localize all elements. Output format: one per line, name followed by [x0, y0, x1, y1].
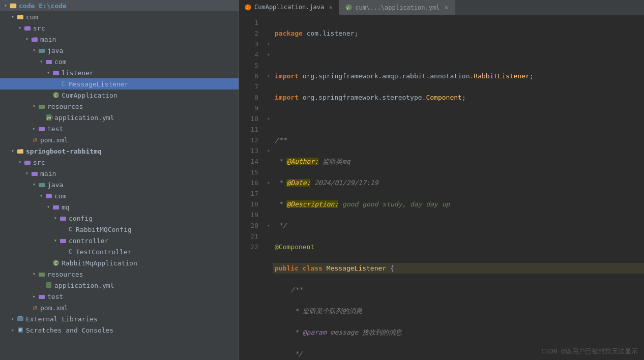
com2-folder[interactable]: com [0, 190, 239, 201]
tab-CumApplication-close[interactable]: ✕ [327, 4, 334, 11]
com-folder[interactable]: com [0, 56, 239, 67]
test2-label: test [47, 293, 63, 301]
main2-folder-icon [31, 169, 39, 177]
scratches-item[interactable]: Scratches and Consoles [0, 324, 239, 336]
com-label: com [54, 58, 66, 66]
tab-yml-icon: y [345, 4, 352, 11]
MessageListener-icon: C [59, 80, 67, 88]
chevron-test2 [31, 293, 38, 300]
svg-text:y: y [346, 6, 348, 10]
svg-rect-15 [24, 161, 31, 165]
fold-gutter: ▾ ▾ ▾ ▾ ▾ ▾ ▾ [265, 15, 273, 360]
app-yml-item[interactable]: yml application.yml [0, 112, 239, 123]
test-label: test [47, 125, 63, 133]
listener-folder[interactable]: listener [0, 67, 239, 78]
pom-xml-item[interactable]: m pom.xml [0, 134, 239, 145]
pom-icon: m [31, 136, 39, 144]
root-label: code E:\code [19, 2, 67, 10]
rabbitmq-folder-icon [16, 147, 24, 155]
src-folder[interactable]: src [0, 22, 239, 34]
chevron-src2 [16, 159, 23, 166]
chevron-main2 [23, 170, 31, 177]
TestController-item[interactable]: C TestController [0, 246, 239, 257]
line-13: /** [273, 284, 644, 295]
chevron-rmq [9, 147, 16, 155]
MessageListener-item[interactable]: C MessageListener [0, 78, 239, 89]
main-folder[interactable]: main [0, 34, 239, 45]
svg-rect-24 [39, 273, 45, 277]
CumApp-icon: C [52, 91, 60, 99]
tab-application-yml[interactable]: y cum\...\application.yml ✕ [340, 0, 455, 15]
svg-rect-19 [53, 205, 59, 209]
listener-folder-icon [52, 69, 60, 77]
config-label: config [69, 215, 93, 222]
resources2-folder[interactable]: resources [0, 268, 239, 280]
controller-folder[interactable]: controller [0, 235, 239, 246]
line-8: * @Date: 2024/01/29/17:19 [273, 177, 644, 188]
root-folder-icon [9, 2, 17, 10]
listener-label: listener [62, 69, 94, 77]
chevron-com [38, 58, 45, 65]
pom-xml2-item[interactable]: m pom.xml [0, 302, 239, 313]
tab-bar: J CumApplication.java ✕ y cum\...\applic… [239, 0, 644, 15]
line-14: * 监听某个队列的消息 [273, 306, 644, 316]
ext-lib-item[interactable]: External Libraries [0, 313, 239, 324]
main2-label: main [40, 170, 56, 177]
svg-rect-2 [17, 15, 23, 19]
line-6: /** [273, 135, 644, 145]
line-3: import org.springframework.amqp.rabbit.a… [273, 71, 644, 81]
test2-folder[interactable]: test [0, 291, 239, 302]
config-folder[interactable]: config [0, 213, 239, 224]
controller-folder-icon [59, 236, 67, 245]
resources-icon [38, 102, 46, 110]
svg-rect-16 [32, 172, 38, 176]
watermark: CSDN @该用户已被封禁无法显示 [541, 347, 638, 356]
chevron-pom [23, 136, 31, 143]
RabbitMqApp-label: RabbitMqApplication [62, 259, 137, 267]
tab-yml-close[interactable]: ✕ [443, 4, 450, 11]
chevron-ctrl [52, 237, 59, 244]
src-folder-icon [23, 24, 32, 32]
line-2 [273, 49, 644, 60]
svg-rect-18 [46, 194, 52, 198]
RabbitMqApp-item[interactable]: C RabbitMqApplication [0, 257, 239, 268]
svg-rect-5 [39, 49, 45, 53]
chevron-rma [45, 259, 52, 266]
code-area[interactable]: 1 2 3 4 5 6 7 8 9 10 11 12 13 14 15 16 1… [239, 15, 644, 360]
chevron-test [31, 125, 38, 132]
tab-java-icon: J [244, 4, 251, 11]
java-folder[interactable]: java [0, 45, 239, 56]
cum-folder[interactable]: cum [0, 11, 239, 22]
test-folder[interactable]: test [0, 123, 239, 134]
src2-folder[interactable]: src [0, 157, 239, 168]
TestController-icon: C [66, 248, 74, 256]
config-folder-icon [59, 214, 67, 222]
tab-bar-spacer [455, 0, 644, 15]
chevron-tc [59, 248, 66, 255]
resources-folder[interactable]: resources [0, 101, 239, 112]
chevron-java2 [31, 181, 38, 188]
code-content: package com.listener; import org.springf… [273, 15, 644, 360]
RabbitMQConfig-item[interactable]: C RabbitMQConfig [0, 224, 239, 235]
line-15: * @param message 接收到的消息 [273, 327, 644, 338]
tree-root[interactable]: code E:\code [0, 0, 239, 11]
src2-folder-icon [23, 158, 32, 166]
app-yml2-item[interactable]: application.yml [0, 280, 239, 291]
chevron-config [52, 215, 59, 222]
chevron-extlib [9, 315, 16, 322]
chevron-rmc [59, 226, 66, 233]
chevron-listener [45, 69, 52, 76]
CumApplication-item[interactable]: C CumApplication [0, 89, 239, 101]
tab-yml-label: cum\...\application.yml [355, 4, 440, 11]
tab-CumApplication[interactable]: J CumApplication.java ✕ [239, 0, 340, 15]
chevron-root [2, 2, 9, 9]
svg-rect-4 [32, 38, 38, 42]
main2-folder[interactable]: main [0, 168, 239, 179]
chevron-mq [45, 203, 52, 211]
chevron-java [31, 47, 38, 54]
sidebar: code E:\code cum src main java [0, 0, 239, 360]
java2-folder[interactable]: java [0, 179, 239, 190]
rabbitmq-folder[interactable]: springboot-rabbitmq [0, 145, 239, 157]
chevron-ml [52, 80, 59, 87]
mq-folder[interactable]: mq [0, 201, 239, 213]
